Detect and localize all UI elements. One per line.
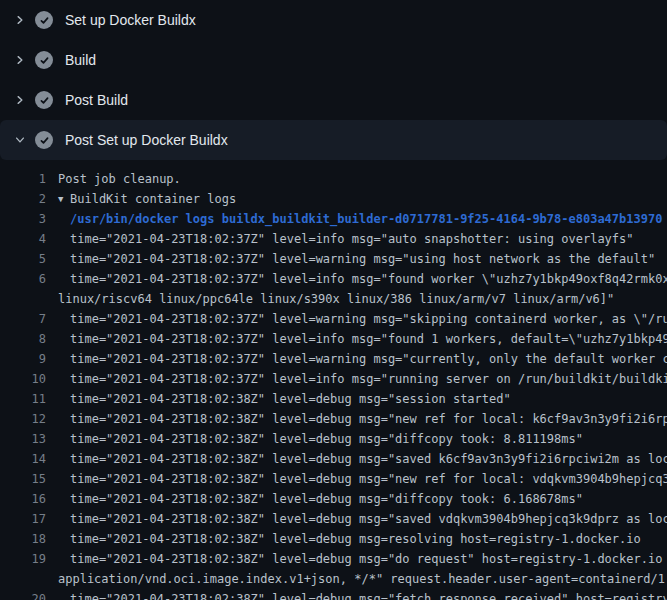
log-text: time="2021-04-23T18:02:38Z" level=debug … xyxy=(70,389,511,409)
log-line-number[interactable]: 13 xyxy=(0,429,46,449)
log-line-number[interactable]: 9 xyxy=(0,349,46,369)
chevron-right-icon xyxy=(12,92,28,108)
log-line: 6time="2021-04-23T18:02:37Z" level=info … xyxy=(0,269,667,289)
log-line: 19time="2021-04-23T18:02:38Z" level=debu… xyxy=(0,549,667,569)
log-text: time="2021-04-23T18:02:38Z" level=debug … xyxy=(70,409,667,429)
log-text: time="2021-04-23T18:02:38Z" level=debug … xyxy=(70,549,667,569)
actions-log-viewer: Set up Docker BuildxBuildPost BuildPost … xyxy=(0,0,667,600)
log-line-number[interactable]: 12 xyxy=(0,409,46,429)
log-line: 16time="2021-04-23T18:02:38Z" level=debu… xyxy=(0,489,667,509)
log-line: 5time="2021-04-23T18:02:37Z" level=warni… xyxy=(0,249,667,269)
log-line: 7time="2021-04-23T18:02:37Z" level=warni… xyxy=(0,309,667,329)
log-line: 10time="2021-04-23T18:02:37Z" level=info… xyxy=(0,369,667,389)
log-line: 9time="2021-04-23T18:02:37Z" level=warni… xyxy=(0,349,667,369)
log-line-number[interactable]: 10 xyxy=(0,369,46,389)
step-header-build[interactable]: Build xyxy=(0,40,667,80)
log-text: time="2021-04-23T18:02:37Z" level=warnin… xyxy=(70,349,667,369)
check-circle-icon xyxy=(35,51,53,69)
log-line-number[interactable]: 20 xyxy=(0,589,46,600)
group-title: BuildKit container logs xyxy=(70,192,236,206)
log-line-number[interactable]: 4 xyxy=(0,229,46,249)
chevron-right-icon xyxy=(12,12,28,28)
check-circle-icon xyxy=(35,131,53,149)
log-line: 2▼BuildKit container logs xyxy=(0,189,667,209)
log-text: time="2021-04-23T18:02:38Z" level=debug … xyxy=(70,529,641,549)
log-line-number[interactable]: 19 xyxy=(0,549,46,569)
check-circle-icon xyxy=(35,91,53,109)
step-list: Set up Docker BuildxBuildPost BuildPost … xyxy=(0,0,667,160)
log-text-wrap: application/vnd.oci.image.index.v1+json,… xyxy=(58,569,667,589)
log-line: 8time="2021-04-23T18:02:37Z" level=info … xyxy=(0,329,667,349)
log-text: time="2021-04-23T18:02:37Z" level=info m… xyxy=(70,369,667,389)
log-text: Post job cleanup. xyxy=(58,169,181,189)
step-header-set-up-docker-buildx[interactable]: Set up Docker Buildx xyxy=(0,0,667,40)
log-command-text: /usr/bin/docker logs buildx_buildkit_bui… xyxy=(70,209,662,229)
log-line-number[interactable]: 1 xyxy=(0,169,46,189)
log-line-number[interactable]: 3 xyxy=(0,209,46,229)
log-output: 1Post job cleanup.2▼BuildKit container l… xyxy=(0,160,667,600)
log-text: time="2021-04-23T18:02:37Z" level=info m… xyxy=(70,229,634,249)
log-line: 4time="2021-04-23T18:02:37Z" level=info … xyxy=(0,229,667,249)
log-text: time="2021-04-23T18:02:38Z" level=debug … xyxy=(70,449,667,469)
log-line: 12time="2021-04-23T18:02:38Z" level=debu… xyxy=(0,409,667,429)
log-line-number[interactable]: 14 xyxy=(0,449,46,469)
log-line: 20time="2021-04-23T18:02:38Z" level=debu… xyxy=(0,589,667,600)
log-line: 17time="2021-04-23T18:02:38Z" level=debu… xyxy=(0,509,667,529)
log-line-number xyxy=(0,569,46,589)
log-line-number[interactable]: 6 xyxy=(0,269,46,289)
check-circle-icon xyxy=(35,11,53,29)
log-text: time="2021-04-23T18:02:37Z" level=warnin… xyxy=(70,249,655,269)
log-line-number[interactable]: 5 xyxy=(0,249,46,269)
log-line-number[interactable]: 2 xyxy=(0,189,46,209)
log-text: time="2021-04-23T18:02:37Z" level=warnin… xyxy=(70,309,667,329)
log-line-number[interactable]: 15 xyxy=(0,469,46,489)
step-header-post-build[interactable]: Post Build xyxy=(0,80,667,120)
step-header-post-set-up-docker-buildx[interactable]: Post Set up Docker Buildx xyxy=(0,120,667,160)
log-line: 14time="2021-04-23T18:02:38Z" level=debu… xyxy=(0,449,667,469)
log-text: time="2021-04-23T18:02:38Z" level=debug … xyxy=(70,469,667,489)
group-collapse-triangle-icon[interactable]: ▼ xyxy=(58,189,70,209)
step-label: Set up Docker Buildx xyxy=(65,12,196,28)
log-text: time="2021-04-23T18:02:38Z" level=debug … xyxy=(70,589,667,600)
log-line-continuation: application/vnd.oci.image.index.v1+json,… xyxy=(0,569,667,589)
log-line-number[interactable]: 16 xyxy=(0,489,46,509)
step-label: Build xyxy=(65,52,96,68)
log-line: 11time="2021-04-23T18:02:38Z" level=debu… xyxy=(0,389,667,409)
log-line: 15time="2021-04-23T18:02:38Z" level=debu… xyxy=(0,469,667,489)
log-line: 18time="2021-04-23T18:02:38Z" level=debu… xyxy=(0,529,667,549)
log-line-continuation: linux/riscv64 linux/ppc64le linux/s390x … xyxy=(0,289,667,309)
log-line: 1Post job cleanup. xyxy=(0,169,667,189)
log-text: time="2021-04-23T18:02:37Z" level=info m… xyxy=(70,269,667,289)
log-line: 3/usr/bin/docker logs buildx_buildkit_bu… xyxy=(0,209,667,229)
log-line-number[interactable]: 7 xyxy=(0,309,46,329)
log-line-number[interactable]: 18 xyxy=(0,529,46,549)
log-line-number[interactable]: 8 xyxy=(0,329,46,349)
log-text: time="2021-04-23T18:02:38Z" level=debug … xyxy=(70,489,583,509)
log-line-number[interactable]: 11 xyxy=(0,389,46,409)
step-label: Post Set up Docker Buildx xyxy=(65,132,228,148)
log-text[interactable]: ▼BuildKit container logs xyxy=(58,189,236,209)
log-text: time="2021-04-23T18:02:37Z" level=info m… xyxy=(70,329,667,349)
chevron-down-icon xyxy=(12,132,28,148)
step-label: Post Build xyxy=(65,92,128,108)
log-line-number xyxy=(0,289,46,309)
log-line: 13time="2021-04-23T18:02:38Z" level=debu… xyxy=(0,429,667,449)
log-text: time="2021-04-23T18:02:38Z" level=debug … xyxy=(70,429,583,449)
log-text: time="2021-04-23T18:02:38Z" level=debug … xyxy=(70,509,667,529)
chevron-right-icon xyxy=(12,52,28,68)
log-text-wrap: linux/riscv64 linux/ppc64le linux/s390x … xyxy=(58,289,614,309)
log-line-number[interactable]: 17 xyxy=(0,509,46,529)
